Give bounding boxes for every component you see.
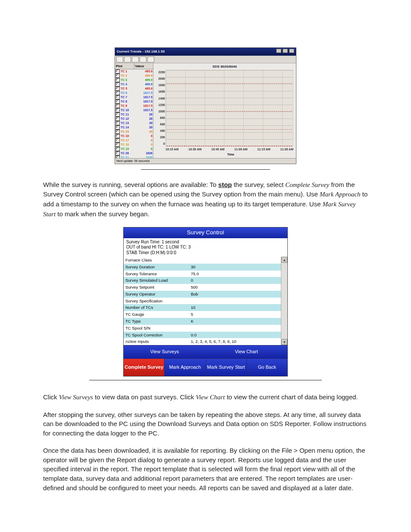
table-row[interactable]: Survey Tolerance75.0 bbox=[124, 271, 287, 277]
text: to view data on past surveys. Click bbox=[93, 393, 196, 401]
table-row[interactable]: TC Spool S/N bbox=[124, 325, 287, 332]
legend-row[interactable]: TC 4495.9 bbox=[115, 82, 153, 87]
series-line bbox=[167, 146, 292, 147]
toolbar-btn[interactable] bbox=[124, 56, 131, 62]
legend-row[interactable]: TC 1320 bbox=[115, 121, 153, 125]
go-back-button[interactable]: Go Back bbox=[247, 358, 287, 376]
table-row[interactable]: Number of TCs10 bbox=[124, 304, 287, 311]
series-line bbox=[167, 129, 292, 131]
x-axis-label: Time bbox=[153, 152, 296, 158]
legend-name: TC 1 bbox=[121, 69, 140, 74]
y-tick: 1800 bbox=[155, 83, 165, 87]
survey-run-time: Survey Run Time: 1 second bbox=[126, 240, 285, 245]
scroll-up-icon[interactable]: ▴ bbox=[281, 257, 287, 263]
legend-col-plot: Plot bbox=[115, 63, 134, 69]
legend-row[interactable]: TC 1520 bbox=[115, 130, 153, 134]
legend-row[interactable]: TC 1220 bbox=[115, 117, 153, 121]
chart-status-bar: Next update: 56 seconds bbox=[115, 158, 296, 164]
restore-icon[interactable] bbox=[283, 49, 288, 53]
text: While the survey is running, several opt… bbox=[43, 181, 218, 188]
legend-value: 1826 bbox=[140, 151, 153, 156]
legend-row[interactable]: TC 211826 bbox=[115, 156, 153, 158]
legend-row[interactable]: TC 2495.9 bbox=[115, 74, 153, 78]
paragraph: While the survey is running, several opt… bbox=[43, 180, 368, 219]
property-value: 5 bbox=[189, 311, 287, 318]
close-icon[interactable] bbox=[289, 49, 294, 53]
property-label: Survey Tolerance bbox=[124, 271, 189, 277]
scroll-down-icon[interactable]: ▾ bbox=[281, 339, 287, 345]
table-row[interactable]: Furnace Class bbox=[124, 257, 287, 264]
legend-name: TC 7 bbox=[121, 95, 140, 100]
legend-row[interactable]: TC 61017.5 bbox=[115, 91, 153, 95]
mark-survey-start-button[interactable]: Mark Survey Start bbox=[206, 358, 247, 376]
toolbar-btn[interactable] bbox=[132, 56, 139, 62]
checkbox-icon[interactable] bbox=[115, 156, 120, 158]
table-row[interactable]: Survey Setpoint500 bbox=[124, 284, 287, 291]
legend-row[interactable]: TC 91017.5 bbox=[115, 104, 153, 108]
table-row[interactable]: TC Spool Correction0.0 bbox=[124, 332, 287, 339]
view-chart-button[interactable]: View Chart bbox=[206, 345, 287, 358]
legend-row[interactable]: TC 1420 bbox=[115, 125, 153, 130]
property-value: 30 bbox=[189, 264, 287, 271]
legend-row[interactable]: TC 1495.9 bbox=[115, 69, 153, 74]
mark-approach-button[interactable]: Mark Approach bbox=[165, 358, 206, 376]
legend-row[interactable]: TC 3495.9 bbox=[115, 78, 153, 82]
table-row[interactable]: Survey Specification bbox=[124, 298, 287, 305]
y-tick: 1200 bbox=[155, 103, 165, 107]
property-value bbox=[189, 298, 287, 305]
complete-survey-button[interactable]: Complete Survey bbox=[124, 358, 165, 376]
legend-row[interactable]: TC 1120 bbox=[115, 112, 153, 117]
x-tick: 10:45 AM bbox=[212, 147, 224, 152]
property-label: Survey Duration bbox=[124, 264, 189, 271]
toolbar-btn[interactable] bbox=[116, 56, 123, 62]
y-tick: 800 bbox=[155, 116, 165, 120]
legend-row[interactable]: TC 160 bbox=[115, 134, 153, 138]
paragraph: Click View Surveys to view data on past … bbox=[43, 392, 368, 402]
legend-name: TC 8 bbox=[121, 100, 140, 104]
legend-name: TC 17 bbox=[121, 138, 140, 143]
paragraph: After stopping the survey, other surveys… bbox=[43, 410, 368, 438]
legend-value: 20 bbox=[140, 130, 153, 134]
property-label: TC Type bbox=[124, 318, 189, 325]
property-label: Survey Setpoint bbox=[124, 284, 189, 291]
legend-value: 0 bbox=[140, 134, 153, 138]
table-row[interactable]: TC Gauge5 bbox=[124, 311, 287, 318]
property-value: Bob bbox=[189, 291, 287, 298]
legend-row[interactable]: TC 201826 bbox=[115, 151, 153, 156]
table-row[interactable]: Survey Simulated Load0 bbox=[124, 277, 287, 284]
legend-name: TC 15 bbox=[121, 130, 140, 134]
property-label: Number of TCs bbox=[124, 304, 189, 311]
legend-value: 1017.5 bbox=[140, 91, 153, 95]
table-row[interactable]: Survey OperatorBob bbox=[124, 291, 287, 298]
property-label: Furnace Class bbox=[124, 257, 189, 264]
property-value: 0 bbox=[189, 277, 287, 284]
legend-row[interactable]: TC 101017.5 bbox=[115, 108, 153, 112]
y-tick: 400 bbox=[155, 129, 165, 133]
table-row[interactable]: Active Inputs1, 2, 3, 4, 5, 6, 7, 8, 9, … bbox=[124, 338, 287, 345]
legend-row[interactable]: TC 180 bbox=[115, 143, 153, 147]
chart-time-axis: 10:15 AM10:30 AM10:45 AM11:00 AM11:15 AM… bbox=[153, 147, 296, 152]
legend-name: TC 2 bbox=[121, 74, 140, 78]
minimize-icon[interactable] bbox=[276, 49, 281, 53]
legend-row[interactable]: TC 190 bbox=[115, 147, 153, 151]
legend-value: 20 bbox=[140, 121, 153, 125]
chart-legend-panel: Plot Value TC 1495.9TC 2495.9TC 3495.9TC… bbox=[115, 63, 153, 158]
legend-name: TC 6 bbox=[121, 91, 140, 95]
property-label: Survey Specification bbox=[124, 298, 189, 305]
legend-name: TC 10 bbox=[121, 108, 140, 112]
view-surveys-button[interactable]: View Surveys bbox=[124, 345, 206, 358]
table-row[interactable]: TC TypeK bbox=[124, 318, 287, 325]
property-label: TC Spool S/N bbox=[124, 325, 189, 332]
survey-scrollbar[interactable]: ▴ ▾ bbox=[281, 257, 287, 345]
toolbar-btn[interactable] bbox=[147, 56, 154, 62]
legend-row[interactable]: TC 5495.9 bbox=[115, 87, 153, 91]
table-row[interactable]: Survey Duration30 bbox=[124, 264, 287, 271]
property-value: 1, 2, 3, 4, 5, 6, 7, 8, 9, 10 bbox=[189, 338, 287, 345]
legend-row[interactable]: TC 170 bbox=[115, 138, 153, 143]
series-line bbox=[167, 83, 292, 84]
legend-row[interactable]: TC 71017.5 bbox=[115, 95, 153, 100]
survey-band-status: OUT of band HI TC: 1 LOW TC: 3 bbox=[126, 245, 285, 250]
toolbar-btn[interactable] bbox=[140, 56, 146, 62]
legend-name: TC 4 bbox=[121, 82, 140, 87]
legend-row[interactable]: TC 81017.5 bbox=[115, 100, 153, 104]
